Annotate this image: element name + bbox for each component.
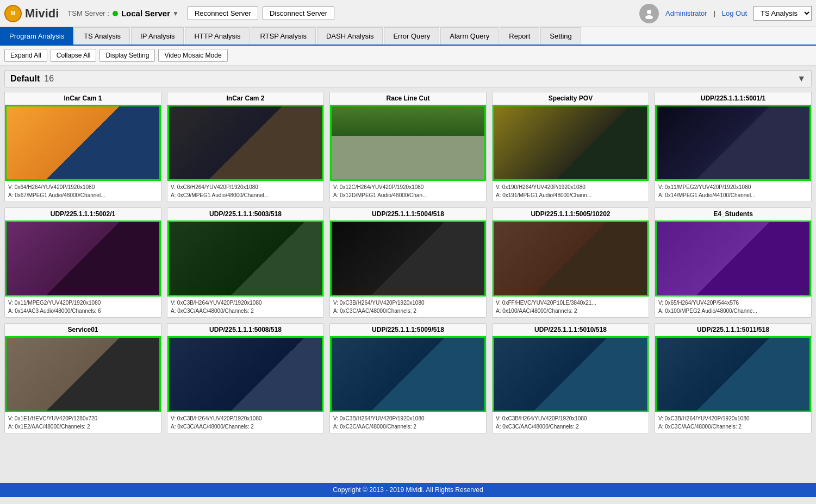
nav-tab-ts-analysis[interactable]: TS Analysis <box>74 27 130 45</box>
video-info: V: 0xC3B/H264/YUV420P/1920x1080A: 0xC3C/… <box>330 412 486 433</box>
video-info: V: 0xFF/HEVC/YUV420P10LE/3840x21...A: 0x… <box>493 297 649 317</box>
video-info-a: A: 0x1E2/AAC/48000/Channels: 2 <box>8 423 158 431</box>
video-card[interactable]: E4_StudentsV: 0x65/H264/YUV420P/544x576A… <box>655 207 812 318</box>
video-card[interactable]: InCar Cam 2V: 0xC8/H264/YUV420P/1920x108… <box>167 92 324 202</box>
video-thumbnail <box>655 105 811 181</box>
video-card[interactable]: UDP/225.1.1.1:5011/518V: 0xC3B/H264/YUV4… <box>655 323 812 433</box>
video-info-v: V: 0xC3B/H264/YUV420P/1920x1080 <box>658 414 808 423</box>
video-info-v: V: 0x64/H264/YUV420P/1920x1080 <box>8 183 158 191</box>
nav-tab-ip-analysis[interactable]: IP Analysis <box>131 27 184 45</box>
nav-tab-report[interactable]: Report <box>500 27 539 45</box>
group-count: 16 <box>44 74 54 84</box>
nav-tab-program-analysis[interactable]: Program Analysis <box>0 27 73 45</box>
display-setting-button[interactable]: Display Setting <box>99 49 155 62</box>
video-thumbnail <box>655 336 811 412</box>
video-card[interactable]: UDP/225.1.1.1:5008/518V: 0xC3B/H264/YUV4… <box>167 323 324 433</box>
nav-tab-alarm-query[interactable]: Alarm Query <box>440 27 499 45</box>
video-mosaic-mode-button[interactable]: Video Mosaic Mode <box>158 49 227 62</box>
video-info: V: 0x190/H264/YUV420P/1920x1080A: 0x191/… <box>493 181 649 201</box>
nav-tab-rtsp-analysis[interactable]: RTSP Analysis <box>251 27 316 45</box>
video-info-a: A: 0xC3C/AAC/48000/Channels: 2 <box>171 307 320 315</box>
video-title: InCar Cam 1 <box>5 92 161 105</box>
video-info-v: V: 0xC3B/H264/YUV420P/1920x1080 <box>171 414 320 423</box>
toolbar: Expand All Collapse All Display Setting … <box>0 46 816 66</box>
video-thumbnail <box>5 336 161 412</box>
server-status-icon <box>113 11 118 16</box>
video-title: UDP/225.1.1.1:5011/518 <box>655 324 811 336</box>
video-info-a: A: 0x100/MPEG2 Audio/48000/Channe... <box>658 307 808 315</box>
disconnect-server-button[interactable]: Disconnect Server <box>263 7 334 20</box>
video-info-v: V: 0x1E1/HEVC/YUV420P/1280x720 <box>8 414 158 423</box>
video-info: V: 0xC8/H264/YUV420P/1920x1080A: 0xC9/MP… <box>167 181 323 201</box>
video-info-a: A: 0xC3C/AAC/48000/Channels: 2 <box>496 423 645 431</box>
group-collapse-icon[interactable]: ▼ <box>797 74 806 84</box>
video-info-a: A: 0x12D/MPEG1 Audio/48000/Chan... <box>333 191 483 199</box>
nav-tabs: Program AnalysisTS AnalysisIP AnalysisHT… <box>0 27 816 46</box>
video-info: V: 0xC3B/H264/YUV420P/1920x1080A: 0xC3C/… <box>330 297 486 317</box>
server-dropdown-icon[interactable]: ▼ <box>172 10 179 17</box>
video-card[interactable]: UDP/225.1.1.1:5003/518V: 0xC3B/H264/YUV4… <box>167 207 324 318</box>
nav-tab-setting[interactable]: Setting <box>540 27 581 45</box>
nav-tab-http-analysis[interactable]: HTTP Analysis <box>185 27 250 45</box>
video-thumbnail <box>167 336 323 412</box>
video-info-v: V: 0xC3B/H264/YUV420P/1920x1080 <box>171 299 320 307</box>
video-info-v: V: 0xC3B/H264/YUV420P/1920x1080 <box>333 414 483 423</box>
video-info-a: A: 0x14/MPEG1 Audio/44100/Channel... <box>658 191 808 199</box>
expand-all-button[interactable]: Expand All <box>4 49 47 62</box>
video-card[interactable]: InCar Cam 1V: 0x64/H264/YUV420P/1920x108… <box>4 92 161 202</box>
video-grid: InCar Cam 1V: 0x64/H264/YUV420P/1920x108… <box>4 92 812 433</box>
group-header: Default 16 ▼ <box>4 70 812 87</box>
video-thumbnail <box>330 336 486 412</box>
video-info: V: 0xC3B/H264/YUV420P/1920x1080A: 0xC3C/… <box>493 412 649 433</box>
logout-link[interactable]: Log Out <box>722 9 747 17</box>
video-thumbnail <box>330 105 486 181</box>
video-card[interactable]: UDP/225.1.1.1:5005/10202V: 0xFF/HEVC/YUV… <box>492 207 649 318</box>
logo: M Mividi <box>4 5 59 22</box>
video-thumbnail <box>167 105 323 181</box>
video-info: V: 0x1E1/HEVC/YUV420P/1280x720A: 0x1E2/A… <box>5 412 161 433</box>
logo-icon: M <box>4 5 22 22</box>
video-title: UDP/225.1.1.1:5001/1 <box>655 92 811 105</box>
video-info: V: 0x11/MPEG2/YUV420P/1920x1080A: 0x14/M… <box>655 181 811 201</box>
header: M Mividi TSM Server : Local Server ▼ Rec… <box>0 0 816 27</box>
video-title: Service01 <box>5 324 161 336</box>
video-card[interactable]: UDP/225.1.1.1:5004/518V: 0xC3B/H264/YUV4… <box>329 207 487 318</box>
admin-link[interactable]: Administrator <box>665 9 707 17</box>
video-card[interactable]: UDP/225.1.1.1:5009/518V: 0xC3B/H264/YUV4… <box>329 323 487 433</box>
video-title: UDP/225.1.1.1:5010/518 <box>493 324 649 336</box>
footer-copyright: Copyright © 2013 - 2019 Mividi. All Righ… <box>333 486 483 494</box>
logo-text: Mividi <box>25 7 59 21</box>
video-info-v: V: 0x11/MPEG2/YUV420P/1920x1080 <box>8 299 158 307</box>
server-info: TSM Server : Local Server ▼ <box>67 9 179 18</box>
video-title: UDP/225.1.1.1:5005/10202 <box>493 208 649 220</box>
video-card[interactable]: Service01V: 0x1E1/HEVC/YUV420P/1280x720A… <box>4 323 161 433</box>
video-thumbnail <box>493 336 649 412</box>
nav-tab-error-query[interactable]: Error Query <box>384 27 439 45</box>
video-card[interactable]: UDP/225.1.1.1:5010/518V: 0xC3B/H264/YUV4… <box>492 323 649 433</box>
video-info-v: V: 0xFF/HEVC/YUV420P10LE/3840x21... <box>496 299 645 307</box>
ts-analysis-select[interactable]: TS Analysis <box>753 6 812 21</box>
video-info: V: 0x11/MPEG2/YUV420P/1920x1080A: 0x14/A… <box>5 297 161 317</box>
video-info-a: A: 0x67/MPEG1 Audio/48000/Channel... <box>8 191 158 199</box>
user-avatar <box>639 4 659 23</box>
video-info-a: A: 0x191/MPEG1 Audio/48000/Chann... <box>496 191 645 199</box>
video-title: Race Line Cut <box>330 92 486 105</box>
video-info-v: V: 0x190/H264/YUV420P/1920x1080 <box>496 183 645 191</box>
video-thumbnail <box>5 105 161 181</box>
video-title: UDP/225.1.1.1:5009/518 <box>330 324 486 336</box>
server-name: Local Server <box>121 9 170 18</box>
video-info: V: 0x65/H264/YUV420P/544x576A: 0x100/MPE… <box>655 297 811 317</box>
nav-tab-dash-analysis[interactable]: DASH Analysis <box>317 27 383 45</box>
video-info-a: A: 0xC9/MPEG1 Audio/48000/Channel... <box>171 191 320 199</box>
video-card[interactable]: UDP/225.1.1.1:5001/1V: 0x11/MPEG2/YUV420… <box>655 92 812 202</box>
video-card[interactable]: UDP/225.1.1.1:5002/1V: 0x11/MPEG2/YUV420… <box>4 207 161 318</box>
video-info-a: A: 0x100/AAC/48000/Channels: 2 <box>496 307 645 315</box>
video-info-v: V: 0x12C/H264/YUV420P/1920x1080 <box>333 183 483 191</box>
collapse-all-button[interactable]: Collapse All <box>51 49 97 62</box>
video-info-a: A: 0xC3C/AAC/48000/Channels: 2 <box>171 423 320 431</box>
video-card[interactable]: Specialty POVV: 0x190/H264/YUV420P/1920x… <box>492 92 649 202</box>
video-card[interactable]: Race Line CutV: 0x12C/H264/YUV420P/1920x… <box>329 92 487 202</box>
reconnect-server-button[interactable]: Reconnect Server <box>188 7 258 20</box>
video-title: Specialty POV <box>493 92 649 105</box>
video-info-v: V: 0x11/MPEG2/YUV420P/1920x1080 <box>658 183 808 191</box>
